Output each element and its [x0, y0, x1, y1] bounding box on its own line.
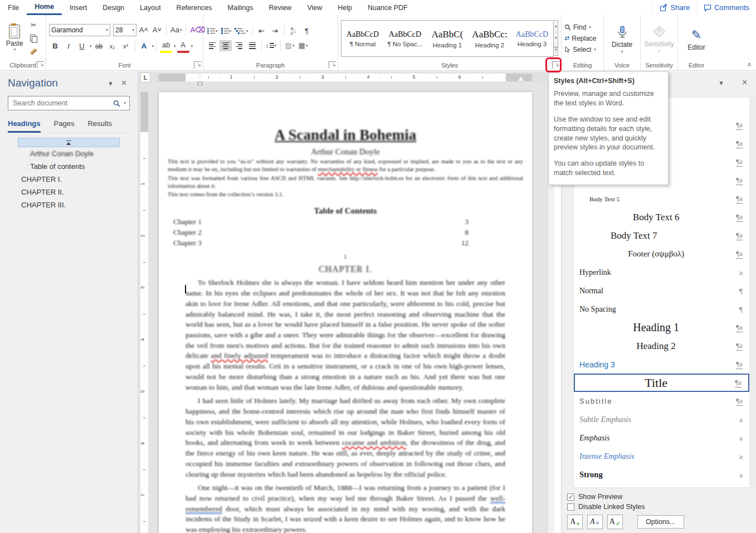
share-button[interactable]: Share [652, 0, 696, 15]
search-options-dropdown-icon[interactable]: ▾ [124, 101, 126, 105]
nav-heading-item[interactable]: Arthur Conan Doyle [0, 147, 138, 160]
style-item-footer-[interactable]: Footer (σψμβολ)¶a [574, 245, 749, 263]
nav-tab-headings[interactable]: Headings [8, 117, 41, 133]
style-item-body-text-5[interactable]: Body Text 5¶a [574, 190, 749, 208]
ribbon-tab-mailings[interactable]: Mailings [220, 0, 261, 15]
gallery-more-button[interactable]: ▾ [554, 44, 558, 55]
style-item-body-text-6[interactable]: Body Text 6¶a [574, 208, 749, 226]
change-case-button[interactable]: Aa▾ [169, 25, 183, 36]
copy-button[interactable] [27, 33, 40, 44]
nav-heading-item[interactable]: CHAPTER I. [0, 173, 138, 186]
ribbon-tab-layout[interactable]: Layout [132, 0, 169, 15]
style-item-body-text-7[interactable]: Body Text 7¶a [574, 226, 749, 245]
editor-button[interactable]: ✎ Editor [681, 26, 712, 51]
font-name-combo[interactable]: Garamond▾ [49, 24, 110, 36]
highlight-button[interactable]: ab [160, 40, 172, 53]
ribbon-tab-file[interactable]: File [0, 0, 27, 15]
style-inspector-button[interactable]: A⚬ [587, 515, 603, 529]
vertical-ruler[interactable]: 1234567 [140, 92, 148, 533]
borders-button[interactable]: ▦▾ [297, 40, 309, 51]
underline-dropdown-icon[interactable]: ▾ [90, 44, 92, 49]
strikethrough-button[interactable]: ab [93, 41, 105, 52]
bullets-button[interactable]: ▾ [206, 26, 219, 37]
subscript-button[interactable]: x₂ [106, 41, 119, 52]
align-left-button[interactable] [206, 40, 218, 51]
shrink-font-button[interactable]: A˅ [151, 25, 163, 36]
search-input[interactable] [12, 99, 113, 108]
show-preview-row[interactable]: ✓ Show Preview [567, 493, 751, 501]
style-item-strong[interactable]: Stronga [574, 466, 749, 484]
line-spacing-button[interactable]: ↕▾ [265, 40, 277, 51]
sort-button[interactable]: AZ↓ [287, 26, 300, 37]
style-item-heading-1[interactable]: Heading 1¶a [574, 318, 749, 337]
tab-stop-selector[interactable]: L [140, 72, 150, 83]
grow-font-button[interactable]: A˄ [138, 25, 150, 36]
align-center-button[interactable] [220, 40, 232, 51]
style-item-heading-3[interactable]: Heading 3¶a [574, 355, 749, 374]
nav-tab-pages[interactable]: Pages [54, 117, 75, 133]
comments-button[interactable]: Comments [696, 0, 756, 15]
underline-button[interactable]: U [76, 41, 88, 52]
ribbon-tab-home[interactable]: Home [27, 0, 62, 15]
disable-linked-row[interactable]: Disable Linked Styles [567, 503, 751, 511]
gallery-item-heading-1[interactable]: AaBbC(Heading 1 [426, 21, 469, 56]
align-right-button[interactable] [233, 40, 245, 51]
nav-heading-item[interactable]: Table of contents [0, 160, 138, 173]
numbering-button[interactable]: ▾ [220, 26, 233, 37]
styles-list-scrollbar[interactable] [749, 97, 756, 488]
font-color-dropdown-icon[interactable]: ▾ [191, 44, 193, 49]
nav-heading-selected[interactable] [18, 138, 120, 147]
show-formatting-button[interactable]: ¶ [301, 26, 313, 37]
ribbon-tab-insert[interactable]: Insert [62, 0, 95, 15]
font-dialog-launcher[interactable]: ↘ [194, 61, 201, 69]
left-indent-marker[interactable] [198, 74, 202, 81]
show-preview-checkbox[interactable]: ✓ [567, 493, 574, 501]
paste-button[interactable]: Paste ▾ [3, 25, 26, 52]
select-button[interactable]: Select▾ [564, 44, 596, 55]
ribbon-tab-nuance-pdf[interactable]: Nuance PDF [360, 0, 416, 15]
ribbon-tab-help[interactable]: Help [330, 0, 360, 15]
gallery-scroll-up[interactable]: ▴ [554, 21, 558, 32]
ribbon-tab-view[interactable]: View [299, 0, 330, 15]
search-icon[interactable] [113, 100, 120, 107]
styles-pane-close-icon[interactable]: × [738, 77, 752, 88]
find-button[interactable]: Find▾ [564, 22, 596, 32]
style-item-no-spacing[interactable]: No Spacing¶ [574, 300, 749, 318]
gallery-item--no-spac-[interactable]: AaBbCcD¶ No Spac... [384, 21, 426, 56]
style-item-normal[interactable]: Normal¶ [574, 282, 749, 300]
style-item-title[interactable]: Title¶a [574, 374, 749, 392]
paragraph-dialog-launcher[interactable]: ↘ [329, 61, 336, 69]
paste-dropdown-icon[interactable]: ▾ [14, 47, 16, 52]
superscript-button[interactable]: x² [120, 41, 132, 52]
font-color-button[interactable]: A [177, 40, 189, 53]
style-item-intense-emphasis[interactable]: Intense Emphasisa [574, 447, 749, 466]
shading-button[interactable]: ▨▾ [284, 40, 296, 51]
style-item-heading-2[interactable]: Heading 2¶a [574, 337, 749, 355]
ribbon-tab-review[interactable]: Review [261, 0, 299, 15]
bold-button[interactable]: B [49, 41, 61, 52]
decrease-indent-button[interactable]: ⇤ [256, 26, 268, 37]
gallery-item--normal[interactable]: AaBbCcD¶ Normal [342, 21, 384, 56]
style-item-subtle-emphasis[interactable]: Subtle Emphasisa [574, 410, 749, 429]
highlight-dropdown-icon[interactable]: ▾ [174, 44, 176, 49]
increase-indent-button[interactable]: ⇥ [269, 26, 281, 37]
style-item-hyperlink[interactable]: Hyperlinka [574, 263, 749, 282]
right-indent-marker[interactable] [518, 76, 524, 81]
styles-pane-options-icon[interactable]: ▾ [715, 79, 728, 87]
horizontal-ruler[interactable]: 123456 [153, 74, 554, 81]
justify-button[interactable] [246, 40, 258, 51]
hanging-indent-marker[interactable] [198, 82, 202, 85]
text-effects-dropdown-icon[interactable]: ▾ [152, 44, 154, 49]
text-effects-button[interactable]: A [138, 41, 150, 52]
ribbon-tab-references[interactable]: References [169, 0, 220, 15]
clipboard-dialog-launcher[interactable]: ↘ [37, 61, 44, 69]
new-style-button[interactable]: A+ [567, 515, 583, 529]
style-item-emphasis[interactable]: Emphasisa [574, 429, 749, 447]
navigation-pane-options-icon[interactable]: ▾ [104, 79, 117, 88]
gallery-scroll-down[interactable]: ▾ [554, 32, 558, 44]
document-page[interactable]: A Scandal in Bohemia Arthur Conan Doyle … [159, 92, 532, 533]
italic-button[interactable]: I [62, 41, 75, 52]
nav-heading-item[interactable]: CHAPTER III. [0, 198, 138, 211]
dictate-button[interactable]: Dictate ▾ [607, 23, 637, 54]
replace-button[interactable]: ⇄ Replace [564, 33, 596, 43]
